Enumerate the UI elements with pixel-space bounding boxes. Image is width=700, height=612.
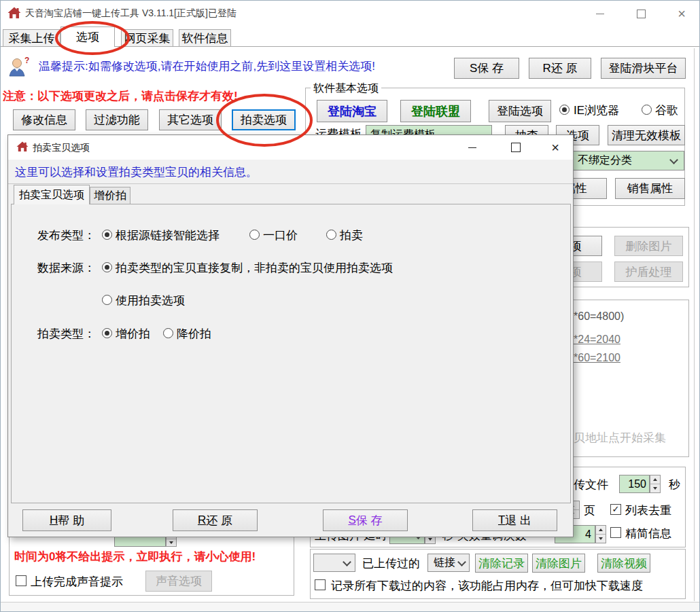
uploaded-type-value: 链接 xyxy=(434,556,455,570)
tab-software-info[interactable]: 软件信息 xyxy=(179,29,231,46)
login-slider-button[interactable]: 登陆滑块平台 xyxy=(601,58,686,79)
simplify-label: 精简信息 xyxy=(625,526,671,541)
dialog-help-button[interactable]: H帮 助 xyxy=(22,509,111,531)
help-accesskey: H xyxy=(50,514,58,527)
restore-label: 还 原 xyxy=(206,513,232,528)
clear-video-button[interactable]: 清除视频 xyxy=(597,554,650,573)
other-options-button[interactable]: 其它选项 xyxy=(159,109,222,130)
file-interval-label: 传文件 xyxy=(574,477,608,492)
dialog-maximize-icon[interactable] xyxy=(502,135,529,160)
tab-web-collect[interactable]: 网页采集 xyxy=(121,29,173,46)
app-house-icon xyxy=(7,7,21,22)
time-zero-warning: 时间为0将不给出提示，立即执行，请小心使用! xyxy=(14,549,256,564)
calc-link-3[interactable]: *60=2100 xyxy=(574,352,620,364)
page-unit-label: 页 xyxy=(584,503,595,518)
dialog-tab-auction-options[interactable]: 拍卖宝贝选项 xyxy=(14,185,90,204)
minimize-icon[interactable] xyxy=(585,3,615,24)
radio-fixed-price[interactable] xyxy=(249,230,260,240)
sound-options-button[interactable]: 声音选项 xyxy=(145,571,212,592)
file-interval-field[interactable]: 150 xyxy=(619,475,650,493)
dialog-save-button[interactable]: S保 存 xyxy=(323,509,408,531)
window-title: 天音淘宝店铺一键上传工具 V3.11.1[正式版]已登陆 xyxy=(25,1,237,25)
clean-invalid-template-button[interactable]: 清理无效模板 xyxy=(608,125,685,145)
restore-accesskey: R xyxy=(198,514,206,527)
sound-label: 上传完成声音提示 xyxy=(31,574,123,590)
save-warning-text: 注意：以下选项更改之后，请点击保存才有效! xyxy=(3,88,238,104)
dedupe-label: 列表去重 xyxy=(625,503,671,518)
close-icon[interactable]: × xyxy=(667,3,697,24)
dialog-close-icon[interactable]: × xyxy=(542,135,569,160)
dialog-titlebar[interactable] xyxy=(8,135,573,160)
dialog-minimize-icon[interactable] xyxy=(459,135,486,160)
maximize-icon[interactable] xyxy=(626,3,656,24)
radio-copy-direct-label: 拍卖类型的宝贝直接复制，非拍卖的宝贝使用拍卖选项 xyxy=(116,260,393,276)
auction-type-label: 拍卖类型： xyxy=(37,326,95,342)
help-label: 帮 助 xyxy=(58,513,84,528)
record-all-label: 记录所有下载过的内容，该功能占用内存，但可加快下载速度 xyxy=(331,578,643,594)
dialog-info-text: 这里可以选择和设置拍卖类型宝贝的相关信息。 xyxy=(15,164,258,180)
category-value: 不绑定分类 xyxy=(578,154,632,168)
file-interval-stepper[interactable] xyxy=(650,475,661,493)
publish-type-label: 发布类型： xyxy=(37,228,95,243)
simplify-checkbox[interactable] xyxy=(610,527,621,538)
dialog-title: 拍卖宝贝选项 xyxy=(33,135,90,160)
radio-descending-bid-label: 降价拍 xyxy=(177,326,211,342)
login-taobao-button[interactable]: 登陆淘宝 xyxy=(317,100,387,122)
clear-picture-button[interactable]: 清除图片 xyxy=(532,554,585,573)
right-splitter[interactable] xyxy=(694,48,695,601)
filter-button[interactable]: 过滤功能 xyxy=(86,109,148,130)
retry-count-value: 4 xyxy=(585,528,591,541)
shield-process-button[interactable]: 护盾处理 xyxy=(614,262,683,282)
delete-picture-button[interactable]: 删除图片 xyxy=(614,236,683,256)
login-options-button[interactable]: 登陆选项 xyxy=(489,100,551,122)
retry-count-stepper[interactable] xyxy=(595,525,606,543)
radio-use-auction-options[interactable] xyxy=(102,295,112,305)
radio-ascending-bid[interactable] xyxy=(102,328,112,338)
auction-options-button[interactable]: 拍卖选项 xyxy=(232,109,296,130)
status-strip xyxy=(1,602,700,612)
collect-hint-text: 贝地址点开始采集 xyxy=(574,430,666,446)
seconds-unit-label: 秒 xyxy=(669,477,680,492)
radio-smart-select[interactable] xyxy=(102,230,112,240)
auction-options-dialog: 拍卖宝贝选项 × 这里可以选择和设置拍卖类型宝贝的相关信息。 拍卖宝贝选项 增价… xyxy=(7,134,574,537)
calc-link-2[interactable]: *24=2040 xyxy=(574,334,620,346)
file-interval-value: 150 xyxy=(628,478,646,490)
modify-info-button[interactable]: 修改信息 xyxy=(13,109,75,130)
dialog-exit-button[interactable]: T退 出 xyxy=(472,509,557,531)
save-button[interactable]: S保 存 xyxy=(454,58,519,79)
exit-label: 退 出 xyxy=(505,513,531,528)
radio-descending-bid[interactable] xyxy=(163,328,173,338)
tab-collect-upload[interactable]: 采集上传 xyxy=(3,29,60,46)
uploaded-label: 已上传过的 xyxy=(362,556,420,571)
exit-accesskey: T xyxy=(498,514,505,527)
dialog-restore-button[interactable]: R还 原 xyxy=(173,509,258,531)
save-label: 保 存 xyxy=(356,513,383,528)
dedupe-checkbox[interactable] xyxy=(610,504,621,515)
save-accesskey: S xyxy=(348,514,355,527)
radio-smart-select-label: 根据源链接智能选择 xyxy=(116,228,220,243)
radio-google-label: 谷歌 xyxy=(655,103,678,118)
sound-checkbox[interactable] xyxy=(16,575,27,586)
radio-ascending-bid-label: 增价拍 xyxy=(116,326,150,342)
radio-ie-browser[interactable] xyxy=(559,105,570,115)
data-source-label: 数据来源： xyxy=(37,260,95,276)
radio-copy-direct[interactable] xyxy=(102,262,112,272)
app-window: 天音淘宝店铺一键上传工具 V3.11.1[正式版]已登陆 × 采集上传 选项 网… xyxy=(0,0,700,612)
radio-fixed-price-label: 一口价 xyxy=(263,228,298,243)
basic-options-title: 软件基本选项 xyxy=(311,82,381,96)
sale-attribute-button[interactable]: 销售属性 xyxy=(615,178,685,199)
login-union-button[interactable]: 登陆联盟 xyxy=(400,100,471,122)
radio-auction[interactable] xyxy=(326,230,336,240)
dialog-house-icon xyxy=(16,141,29,155)
clear-record-button[interactable]: 清除记录 xyxy=(475,554,528,573)
svg-text:?: ? xyxy=(24,56,29,65)
calc-line-1: *60=4800) xyxy=(574,310,624,323)
record-all-checkbox[interactable] xyxy=(315,579,326,590)
assistant-icon: ? xyxy=(7,56,32,79)
restore-button[interactable]: R还 原 xyxy=(529,58,591,79)
tab-options[interactable]: 选项 xyxy=(60,26,115,47)
dialog-tab-ascending[interactable]: 增价拍 xyxy=(90,187,130,204)
tip-text: 温馨提示:如需修改选项,请在开始使用之前,先到这里设置相关选项! xyxy=(39,58,375,74)
radio-google-browser[interactable] xyxy=(642,105,652,115)
radio-ie-label: IE浏览器 xyxy=(574,103,619,118)
